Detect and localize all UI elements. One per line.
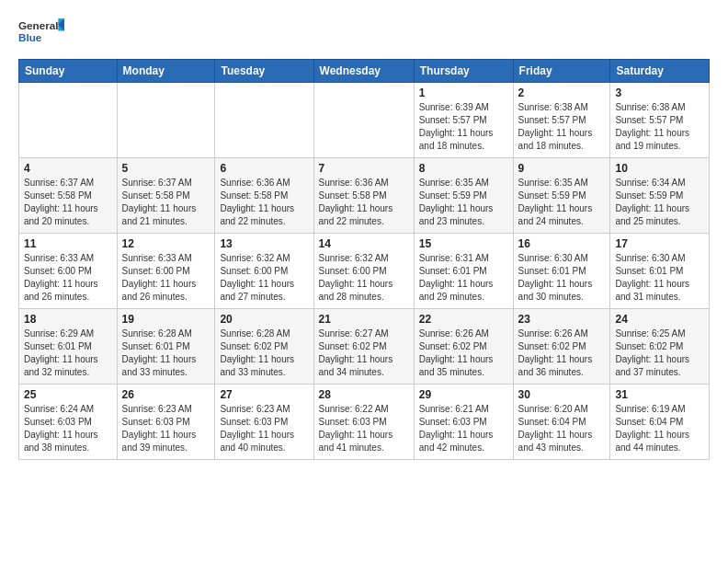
- day-info: Sunrise: 6:31 AMSunset: 6:01 PMDaylight:…: [419, 252, 508, 304]
- calendar-cell: 16Sunrise: 6:30 AMSunset: 6:01 PMDayligh…: [513, 234, 610, 309]
- day-info: Sunrise: 6:33 AMSunset: 6:00 PMDaylight:…: [24, 252, 112, 304]
- calendar-cell: 29Sunrise: 6:21 AMSunset: 6:03 PMDayligh…: [414, 385, 513, 460]
- day-header-sunday: Sunday: [19, 60, 118, 83]
- day-header-saturday: Saturday: [610, 60, 710, 83]
- day-number: 10: [615, 162, 704, 175]
- day-info: Sunrise: 6:30 AMSunset: 6:01 PMDaylight:…: [615, 252, 704, 304]
- calendar-cell: 10Sunrise: 6:34 AMSunset: 5:59 PMDayligh…: [610, 158, 710, 234]
- day-info: Sunrise: 6:38 AMSunset: 5:57 PMDaylight:…: [615, 101, 704, 153]
- day-info: Sunrise: 6:28 AMSunset: 6:02 PMDaylight:…: [220, 327, 308, 379]
- calendar: SundayMondayTuesdayWednesdayThursdayFrid…: [18, 59, 710, 460]
- day-number: 11: [24, 237, 112, 250]
- logo: General Blue: [18, 15, 64, 52]
- day-number: 23: [518, 313, 606, 326]
- day-info: Sunrise: 6:30 AMSunset: 6:01 PMDaylight:…: [518, 252, 606, 304]
- calendar-cell: 13Sunrise: 6:32 AMSunset: 6:00 PMDayligh…: [215, 234, 313, 309]
- day-number: 2: [518, 86, 606, 99]
- calendar-cell: 3Sunrise: 6:38 AMSunset: 5:57 PMDaylight…: [610, 83, 710, 158]
- day-info: Sunrise: 6:29 AMSunset: 6:01 PMDaylight:…: [24, 327, 112, 379]
- day-number: 12: [122, 237, 210, 250]
- calendar-cell: [313, 83, 414, 158]
- calendar-cell: [19, 83, 118, 158]
- day-info: Sunrise: 6:26 AMSunset: 6:02 PMDaylight:…: [518, 327, 606, 379]
- calendar-cell: 14Sunrise: 6:32 AMSunset: 6:00 PMDayligh…: [313, 234, 414, 309]
- logo-svg: General Blue: [18, 15, 64, 52]
- day-info: Sunrise: 6:23 AMSunset: 6:03 PMDaylight:…: [220, 403, 308, 454]
- day-info: Sunrise: 6:35 AMSunset: 5:59 PMDaylight:…: [419, 177, 508, 228]
- day-number: 29: [419, 388, 508, 401]
- day-number: 16: [518, 237, 606, 250]
- day-header-monday: Monday: [117, 60, 215, 83]
- day-info: Sunrise: 6:32 AMSunset: 6:00 PMDaylight:…: [220, 252, 308, 304]
- day-number: 31: [615, 388, 704, 401]
- calendar-cell: 23Sunrise: 6:26 AMSunset: 6:02 PMDayligh…: [513, 309, 610, 385]
- calendar-week-1: 1Sunrise: 6:39 AMSunset: 5:57 PMDaylight…: [19, 83, 710, 158]
- day-number: 17: [615, 237, 704, 250]
- day-number: 24: [615, 313, 704, 326]
- calendar-cell: 20Sunrise: 6:28 AMSunset: 6:02 PMDayligh…: [215, 309, 313, 385]
- calendar-week-5: 25Sunrise: 6:24 AMSunset: 6:03 PMDayligh…: [19, 385, 710, 460]
- day-number: 5: [122, 162, 210, 175]
- calendar-cell: 2Sunrise: 6:38 AMSunset: 5:57 PMDaylight…: [513, 83, 610, 158]
- day-info: Sunrise: 6:38 AMSunset: 5:57 PMDaylight:…: [518, 101, 606, 153]
- day-number: 28: [319, 388, 409, 401]
- day-number: 6: [220, 162, 308, 175]
- calendar-cell: 12Sunrise: 6:33 AMSunset: 6:00 PMDayligh…: [117, 234, 215, 309]
- day-number: 13: [220, 237, 308, 250]
- day-number: 26: [122, 388, 210, 401]
- day-info: Sunrise: 6:36 AMSunset: 5:58 PMDaylight:…: [220, 177, 308, 228]
- calendar-cell: 24Sunrise: 6:25 AMSunset: 6:02 PMDayligh…: [610, 309, 710, 385]
- day-info: Sunrise: 6:39 AMSunset: 5:57 PMDaylight:…: [419, 101, 508, 153]
- calendar-cell: 19Sunrise: 6:28 AMSunset: 6:01 PMDayligh…: [117, 309, 215, 385]
- day-info: Sunrise: 6:22 AMSunset: 6:03 PMDaylight:…: [319, 403, 409, 454]
- day-number: 3: [615, 86, 704, 99]
- day-number: 25: [24, 388, 112, 401]
- svg-text:General: General: [18, 19, 58, 31]
- calendar-cell: 11Sunrise: 6:33 AMSunset: 6:00 PMDayligh…: [19, 234, 118, 309]
- calendar-cell: 17Sunrise: 6:30 AMSunset: 6:01 PMDayligh…: [610, 234, 710, 309]
- day-info: Sunrise: 6:28 AMSunset: 6:01 PMDaylight:…: [122, 327, 210, 379]
- day-number: 8: [419, 162, 508, 175]
- day-info: Sunrise: 6:34 AMSunset: 5:59 PMDaylight:…: [615, 177, 704, 228]
- day-header-friday: Friday: [513, 60, 610, 83]
- day-info: Sunrise: 6:23 AMSunset: 6:03 PMDaylight:…: [122, 403, 210, 454]
- calendar-cell: 7Sunrise: 6:36 AMSunset: 5:58 PMDaylight…: [313, 158, 414, 234]
- calendar-cell: 8Sunrise: 6:35 AMSunset: 5:59 PMDaylight…: [414, 158, 513, 234]
- calendar-cell: 28Sunrise: 6:22 AMSunset: 6:03 PMDayligh…: [313, 385, 414, 460]
- calendar-cell: 6Sunrise: 6:36 AMSunset: 5:58 PMDaylight…: [215, 158, 313, 234]
- page: General Blue SundayMondayTuesdayWednesda…: [0, 0, 728, 469]
- day-info: Sunrise: 6:26 AMSunset: 6:02 PMDaylight:…: [419, 327, 508, 379]
- day-info: Sunrise: 6:25 AMSunset: 6:02 PMDaylight:…: [615, 327, 704, 379]
- day-info: Sunrise: 6:37 AMSunset: 5:58 PMDaylight:…: [24, 177, 112, 228]
- day-header-thursday: Thursday: [414, 60, 513, 83]
- day-info: Sunrise: 6:21 AMSunset: 6:03 PMDaylight:…: [419, 403, 508, 454]
- day-number: 7: [319, 162, 409, 175]
- day-number: 21: [319, 313, 409, 326]
- day-info: Sunrise: 6:33 AMSunset: 6:00 PMDaylight:…: [122, 252, 210, 304]
- calendar-week-2: 4Sunrise: 6:37 AMSunset: 5:58 PMDaylight…: [19, 158, 710, 234]
- calendar-cell: 27Sunrise: 6:23 AMSunset: 6:03 PMDayligh…: [215, 385, 313, 460]
- day-header-tuesday: Tuesday: [215, 60, 313, 83]
- calendar-cell: 5Sunrise: 6:37 AMSunset: 5:58 PMDaylight…: [117, 158, 215, 234]
- calendar-cell: 9Sunrise: 6:35 AMSunset: 5:59 PMDaylight…: [513, 158, 610, 234]
- svg-text:Blue: Blue: [18, 31, 42, 43]
- calendar-cell: 21Sunrise: 6:27 AMSunset: 6:02 PMDayligh…: [313, 309, 414, 385]
- calendar-cell: 25Sunrise: 6:24 AMSunset: 6:03 PMDayligh…: [19, 385, 118, 460]
- day-info: Sunrise: 6:27 AMSunset: 6:02 PMDaylight:…: [319, 327, 409, 379]
- day-number: 30: [518, 388, 606, 401]
- day-info: Sunrise: 6:19 AMSunset: 6:04 PMDaylight:…: [615, 403, 704, 454]
- day-number: 18: [24, 313, 112, 326]
- calendar-cell: 30Sunrise: 6:20 AMSunset: 6:04 PMDayligh…: [513, 385, 610, 460]
- day-info: Sunrise: 6:35 AMSunset: 5:59 PMDaylight:…: [518, 177, 606, 228]
- calendar-cell: [117, 83, 215, 158]
- calendar-week-3: 11Sunrise: 6:33 AMSunset: 6:00 PMDayligh…: [19, 234, 710, 309]
- day-info: Sunrise: 6:37 AMSunset: 5:58 PMDaylight:…: [122, 177, 210, 228]
- calendar-cell: [215, 83, 313, 158]
- day-number: 20: [220, 313, 308, 326]
- calendar-week-4: 18Sunrise: 6:29 AMSunset: 6:01 PMDayligh…: [19, 309, 710, 385]
- day-number: 1: [419, 86, 508, 99]
- calendar-cell: 18Sunrise: 6:29 AMSunset: 6:01 PMDayligh…: [19, 309, 118, 385]
- day-info: Sunrise: 6:24 AMSunset: 6:03 PMDaylight:…: [24, 403, 112, 454]
- day-number: 4: [24, 162, 112, 175]
- day-info: Sunrise: 6:32 AMSunset: 6:00 PMDaylight:…: [319, 252, 409, 304]
